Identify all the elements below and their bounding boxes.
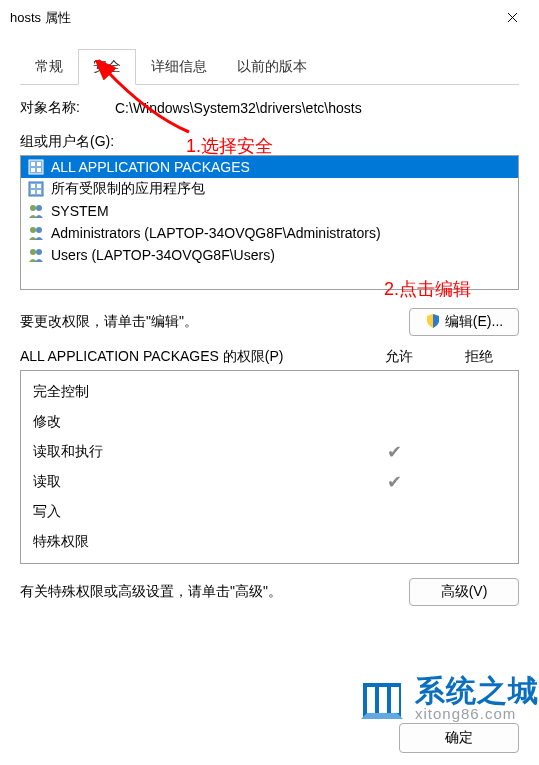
svg-rect-8 [31,190,35,194]
edit-button-label: 编辑(E)... [445,313,503,331]
list-item-label: ALL APPLICATION PACKAGES [51,159,250,175]
window-title: hosts 属性 [10,9,489,27]
permission-row: 修改 [33,407,514,437]
close-icon [507,10,518,26]
groups-label: 组或用户名(G): [20,133,519,151]
svg-rect-1 [31,162,35,166]
list-item[interactable]: SYSTEM [21,200,518,222]
permissions-list: 完全控制 修改 读取和执行 ✔ 读取 ✔ 写入 特殊权限 [20,370,519,564]
users-icon [27,202,45,220]
list-item-label: 所有受限制的应用程序包 [51,180,205,198]
permission-name: 写入 [33,503,354,521]
users-icon [27,224,45,242]
svg-rect-3 [31,168,35,172]
ok-button[interactable]: 确定 [399,723,519,753]
watermark-url: xitong86.com [415,706,539,721]
permission-row: 读取 ✔ [33,467,514,497]
permission-row: 完全控制 [33,377,514,407]
groups-listbox[interactable]: ALL APPLICATION PACKAGES 所有受限制的应用程序包 SYS… [20,155,519,290]
permission-name: 修改 [33,413,354,431]
edit-button[interactable]: 编辑(E)... [409,308,519,336]
permission-name: 读取和执行 [33,443,354,461]
list-item[interactable]: ALL APPLICATION PACKAGES [21,156,518,178]
edit-hint-text: 要更改权限，请单击"编辑"。 [20,313,409,331]
svg-rect-18 [379,687,387,713]
svg-point-14 [30,249,36,255]
list-item[interactable]: Users (LAPTOP-34OVQG8F\Users) [21,244,518,266]
tab-details[interactable]: 详细信息 [136,49,222,85]
svg-rect-16 [363,683,401,717]
permission-row: 读取和执行 ✔ [33,437,514,467]
advanced-hint-text: 有关特殊权限或高级设置，请单击"高级"。 [20,583,409,601]
svg-point-11 [36,205,42,211]
permission-row: 写入 [33,497,514,527]
tab-general[interactable]: 常规 [20,49,78,85]
tab-security[interactable]: 安全 [78,49,136,85]
permissions-header-name: ALL APPLICATION PACKAGES 的权限(P) [20,348,359,366]
shield-icon [425,313,441,332]
list-item-label: SYSTEM [51,203,109,219]
permissions-header-allow: 允许 [359,348,439,366]
advanced-button-label: 高级(V) [441,583,488,601]
svg-rect-7 [37,184,41,188]
package-icon [27,180,45,198]
tab-previous-versions[interactable]: 以前的版本 [222,49,322,85]
window-close-button[interactable] [489,0,535,36]
list-item-label: Users (LAPTOP-34OVQG8F\Users) [51,247,275,263]
svg-rect-17 [367,687,375,713]
permission-row: 特殊权限 [33,527,514,557]
permission-allow: ✔ [354,441,434,463]
svg-point-13 [36,227,42,233]
object-name-row: 对象名称: C:\Windows\System32\drivers\etc\ho… [20,99,519,117]
svg-point-10 [30,205,36,211]
watermark: 系统之城 xitong86.com [357,673,539,723]
svg-rect-6 [31,184,35,188]
package-icon [27,158,45,176]
svg-rect-9 [37,190,41,194]
object-name-value: C:\Windows\System32\drivers\etc\hosts [115,100,519,116]
window-titlebar: hosts 属性 [0,0,539,36]
list-item[interactable]: Administrators (LAPTOP-34OVQG8F\Administ… [21,222,518,244]
list-item-label: Administrators (LAPTOP-34OVQG8F\Administ… [51,225,381,241]
tab-bar: 常规 安全 详细信息 以前的版本 [20,48,519,85]
permission-allow: ✔ [354,471,434,493]
permissions-header-deny: 拒绝 [439,348,519,366]
ok-button-label: 确定 [445,729,473,747]
svg-point-15 [36,249,42,255]
users-icon [27,246,45,264]
permission-name: 完全控制 [33,383,354,401]
list-item[interactable]: 所有受限制的应用程序包 [21,178,518,200]
svg-rect-4 [37,168,41,172]
svg-rect-2 [37,162,41,166]
permission-name: 特殊权限 [33,533,354,551]
watermark-title: 系统之城 [415,676,539,706]
permission-name: 读取 [33,473,354,491]
permissions-header: ALL APPLICATION PACKAGES 的权限(P) 允许 拒绝 [20,348,519,366]
svg-rect-19 [391,687,399,713]
object-name-label: 对象名称: [20,99,115,117]
svg-point-12 [30,227,36,233]
advanced-button[interactable]: 高级(V) [409,578,519,606]
dialog-buttons: 确定 [0,723,539,753]
watermark-logo-icon [357,673,407,723]
